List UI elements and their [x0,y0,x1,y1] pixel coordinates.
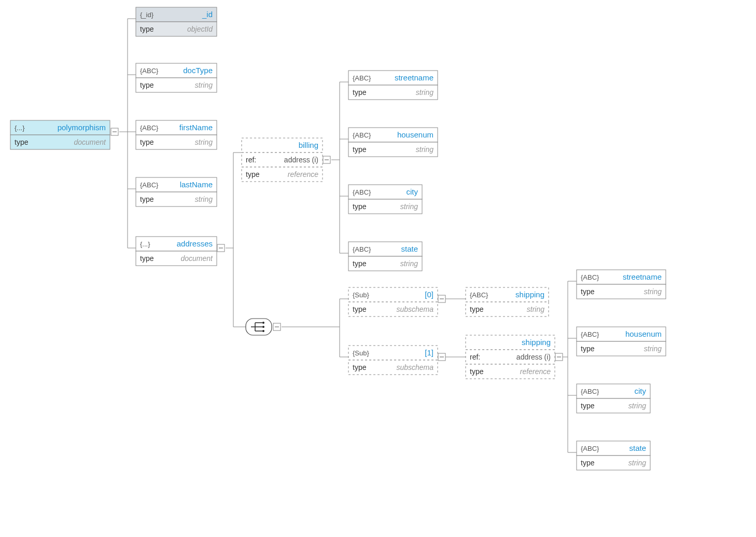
svg-text:address (i): address (i) [516,353,551,361]
svg-text:type: type [353,305,367,313]
svg-text:shipping: shipping [522,338,551,347]
row-label: type [15,138,29,146]
node-lastname[interactable]: {ABC} lastName type string [136,177,217,206]
svg-text:address (i): address (i) [284,156,318,164]
svg-text:string: string [195,195,213,203]
collapse-toggle[interactable] [273,323,281,331]
svg-text:{Sub}: {Sub} [353,349,369,357]
svg-text:firstName: firstName [179,123,213,132]
node-id[interactable]: {_id} _id type objectId [136,7,217,36]
node-state-2[interactable]: {ABC} state type string [577,441,650,470]
svg-text:type: type [353,88,367,97]
svg-text:{...}: {...} [140,240,150,248]
svg-text:[0]: [0] [425,290,433,299]
svg-text:type: type [581,345,595,353]
svg-text:string: string [628,459,646,467]
node-sub1[interactable]: {Sub} [1] type subschema [348,346,438,375]
svg-text:streetname: streetname [623,272,662,281]
svg-text:type: type [353,202,367,211]
svg-text:type: type [353,259,367,268]
svg-text:{Sub}: {Sub} [353,291,369,299]
svg-text:type: type [140,195,154,203]
svg-text:{ABC}: {ABC} [353,245,371,253]
node-shipping-ref[interactable]: shipping ref: address (i) type reference [466,335,555,379]
node-sub0[interactable]: {Sub} [0] type subschema [348,287,438,316]
collapse-toggle[interactable] [438,353,445,361]
svg-text:{ABC}: {ABC} [470,291,488,299]
collapse-toggle[interactable] [438,295,445,302]
row-label: type [140,25,154,33]
field-name: _id [202,10,213,19]
svg-text:streetname: streetname [395,73,433,82]
collapse-toggle[interactable] [323,156,330,163]
svg-text:string: string [195,81,213,89]
svg-text:type: type [353,363,367,371]
node-streetname[interactable]: {ABC} streetname type string [348,71,438,100]
svg-text:reference: reference [520,367,551,376]
svg-text:string: string [628,402,646,410]
node-streetname-2[interactable]: {ABC} streetname type string [577,270,666,299]
svg-text:{ABC}: {ABC} [140,124,159,132]
svg-text:subschema: subschema [396,363,433,371]
field-tag: {_id} [140,11,154,19]
svg-text:state: state [401,244,418,253]
svg-text:lastName: lastName [180,180,213,189]
svg-text:state: state [629,444,646,452]
node-city-2[interactable]: {ABC} city type string [577,384,650,413]
svg-text:billing: billing [299,141,318,149]
svg-text:type: type [470,305,484,313]
svg-text:string: string [416,88,433,97]
svg-text:{ABC}: {ABC} [581,331,599,338]
node-state[interactable]: {ABC} state type string [348,242,422,271]
svg-text:type: type [140,254,154,263]
svg-text:{ABC}: {ABC} [353,131,371,139]
node-addresses[interactable]: {...} addresses type document [136,237,217,266]
svg-text:shipping: shipping [515,290,544,299]
svg-text:string: string [400,202,418,211]
svg-text:{ABC}: {ABC} [581,388,599,395]
svg-point-15 [262,322,264,324]
svg-text:docType: docType [183,66,213,75]
svg-text:city: city [407,187,418,196]
field-name: polymorphism [58,123,106,132]
svg-text:type: type [140,138,154,146]
svg-text:type: type [246,170,260,178]
node-housenum-2[interactable]: {ABC} housenum type string [577,327,666,356]
svg-text:string: string [527,305,544,313]
node-doctype[interactable]: {ABC} docType type string [136,63,217,92]
svg-text:{ABC}: {ABC} [581,273,599,281]
svg-text:string: string [644,345,662,353]
svg-text:reference: reference [288,170,318,178]
svg-text:[1]: [1] [425,348,433,357]
svg-text:type: type [581,402,595,410]
svg-text:city: city [635,387,647,395]
oneof-node[interactable] [246,319,272,335]
collapse-toggle[interactable] [217,244,225,252]
node-billing[interactable]: billing ref: address (i) type reference [242,138,323,182]
svg-text:string: string [400,259,418,268]
svg-text:document: document [181,254,214,263]
node-shipping-string[interactable]: {ABC} shipping type string [466,287,549,316]
node-polymorphism[interactable]: {...} polymorphism type document [10,120,110,149]
svg-text:type: type [353,145,367,154]
row-value: document [74,138,107,146]
svg-text:subschema: subschema [396,305,433,313]
svg-text:type: type [470,367,484,376]
svg-text:{ABC}: {ABC} [353,188,371,196]
collapse-toggle[interactable] [555,353,563,361]
svg-text:string: string [644,287,662,296]
collapse-toggle[interactable] [111,128,118,135]
svg-text:type: type [581,459,595,467]
svg-text:type: type [140,81,154,89]
svg-point-16 [262,326,264,328]
node-firstname[interactable]: {ABC} firstName type string [136,120,217,149]
svg-text:{ABC}: {ABC} [581,445,599,452]
node-housenum[interactable]: {ABC} housenum type string [348,128,438,157]
svg-text:ref:: ref: [246,156,256,164]
svg-text:addresses: addresses [177,239,213,248]
svg-point-17 [262,330,264,332]
svg-text:string: string [416,145,433,154]
svg-text:string: string [195,138,213,146]
field-tag: {...} [15,124,25,132]
node-city[interactable]: {ABC} city type string [348,185,422,214]
